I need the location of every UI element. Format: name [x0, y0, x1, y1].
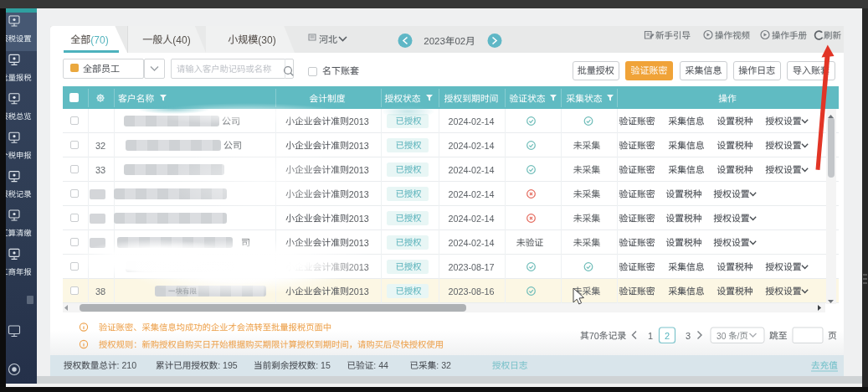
svg-text:: 210: : 210 — [117, 360, 137, 370]
svg-text:: 44: : 44 — [373, 360, 388, 370]
svg-text:: 15: : 15 — [316, 360, 331, 370]
svg-text:2023-08-17: 2023-08-17 — [448, 262, 494, 272]
svg-text:32: 32 — [95, 141, 105, 151]
svg-text:2024-02-14: 2024-02-14 — [448, 238, 494, 248]
svg-text:(40): (40) — [172, 34, 190, 46]
svg-text:2023-08-16: 2023-08-16 — [448, 286, 494, 297]
svg-text:33: 33 — [95, 165, 105, 175]
svg-text:(30): (30) — [258, 34, 275, 46]
svg-text:2024-02-14: 2024-02-14 — [448, 116, 494, 126]
svg-text:2024-02-14: 2024-02-14 — [448, 189, 494, 199]
svg-text:1: 1 — [648, 331, 653, 341]
svg-text:2024-02-14: 2024-02-14 — [448, 141, 494, 151]
svg-text:3: 3 — [686, 331, 691, 341]
svg-text:: 195: : 195 — [218, 360, 238, 370]
svg-text:02: 02 — [455, 36, 465, 46]
svg-text:: 32: : 32 — [436, 360, 451, 370]
svg-text:70: 70 — [589, 331, 599, 341]
svg-text:30: 30 — [716, 332, 727, 341]
svg-text:(70): (70) — [90, 34, 108, 46]
svg-text:2024-02-14: 2024-02-14 — [448, 214, 494, 224]
svg-text:2023: 2023 — [424, 36, 445, 46]
svg-text:2024-02-14: 2024-02-14 — [448, 165, 494, 175]
svg-text:/: / — [737, 332, 740, 341]
svg-text:2: 2 — [665, 331, 670, 341]
